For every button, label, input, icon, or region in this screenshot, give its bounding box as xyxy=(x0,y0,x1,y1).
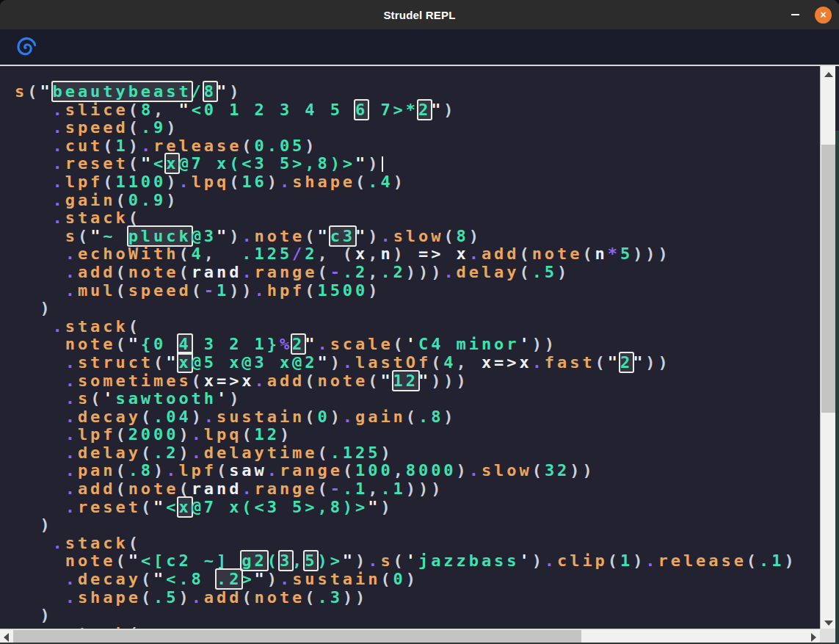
code-token: delaytime xyxy=(204,444,318,462)
code-line: .shape(.5).add(note(.3)) xyxy=(15,589,820,607)
code-line: .stack( xyxy=(15,209,820,228)
code-token: lpf xyxy=(178,461,217,480)
code-token: sawtooth xyxy=(116,389,217,408)
code-token: cut xyxy=(65,137,103,155)
code-token: 3 2 1} xyxy=(192,335,280,353)
code-token: . xyxy=(368,551,380,570)
code-token: . xyxy=(317,335,330,353)
code-token: " xyxy=(40,82,52,101)
minimize-icon xyxy=(791,14,799,15)
code-token: .4 xyxy=(368,173,393,191)
code-token: 0.05 xyxy=(255,137,305,155)
scroll-left-arrow-icon[interactable] xyxy=(4,633,9,642)
code-token: ) xyxy=(406,570,418,588)
titlebar[interactable]: Strudel REPL × xyxy=(0,0,839,29)
code-token: .8 xyxy=(418,408,443,426)
code-token: fast xyxy=(545,353,595,372)
code-token: ( xyxy=(267,551,280,570)
code-line: s("~ pluck@3").note("c3").slow(8) xyxy=(15,228,820,246)
code-token: slow xyxy=(393,227,444,245)
code-token: 7>* xyxy=(368,101,418,119)
code-token: <0 1 2 3 4 5 xyxy=(192,101,355,119)
code-token: x xyxy=(519,353,531,372)
vertical-scrollbar-thumb[interactable] xyxy=(821,145,835,413)
code-token: , xyxy=(153,101,178,119)
code-token: . xyxy=(53,534,65,552)
highlighted-token: 2 xyxy=(418,101,431,119)
code-line: .gain(0.9) xyxy=(15,192,820,210)
code-token: hpf xyxy=(267,281,305,300)
code-line: .mul(speed(-1)).hpf(1500) xyxy=(15,282,820,300)
code-token: .125 xyxy=(330,444,381,462)
code-token: . xyxy=(343,353,355,372)
code-token: ( xyxy=(520,263,532,281)
scroll-right-arrow-icon[interactable] xyxy=(811,633,816,642)
code-token: ( xyxy=(305,372,317,390)
horizontal-scrollbar[interactable] xyxy=(0,629,820,643)
scrollbar-corner xyxy=(820,629,835,643)
code-token: lastOf xyxy=(355,353,431,372)
code-token xyxy=(15,101,53,119)
code-token: " xyxy=(305,335,317,353)
code-token: " xyxy=(178,101,191,119)
scroll-up-arrow-icon[interactable] xyxy=(824,72,833,77)
code-token: ( xyxy=(178,480,191,498)
code-line: ) xyxy=(15,300,820,318)
code-token: stack xyxy=(65,209,128,227)
code-token: ) xyxy=(128,137,141,155)
code-token: " xyxy=(141,154,153,173)
code-line: .decay(.04).sustain(0).gain(.8) xyxy=(15,408,820,427)
code-token: . xyxy=(53,154,65,173)
code-token: ( xyxy=(116,191,128,209)
code-line: .pan(.8).lpf(saw.range(100,8000).slow(32… xyxy=(15,462,820,480)
minimize-button[interactable] xyxy=(785,5,805,24)
code-token: 0 xyxy=(317,408,330,426)
code-token: ( xyxy=(443,227,456,245)
code-token: ( xyxy=(192,281,204,300)
code-token: s xyxy=(380,551,393,570)
code-token xyxy=(15,515,40,534)
code-pane[interactable]: s("beautybeast/8") .slice(8, "<0 1 2 3 4… xyxy=(0,66,820,630)
code-token: )) xyxy=(570,461,595,480)
code-token: )> xyxy=(317,551,342,570)
code-token xyxy=(15,389,65,408)
code-token: n xyxy=(595,245,608,263)
code-token: s xyxy=(15,82,27,101)
code-token xyxy=(15,534,53,552)
vertical-scrollbar[interactable] xyxy=(820,66,835,632)
code-token: ( xyxy=(128,534,141,552)
code-token: - xyxy=(330,480,343,498)
code-token: delay xyxy=(78,444,141,462)
code-token: @5 x@3 x@2 xyxy=(192,353,318,372)
code-token: lpf xyxy=(65,173,103,191)
code-token: ( xyxy=(305,281,317,300)
code-token: saw xyxy=(229,461,267,480)
strudel-spiral-logo[interactable] xyxy=(15,37,36,57)
code-token: ( xyxy=(608,551,620,570)
code-token: ( xyxy=(178,245,191,263)
highlighted-token: 12 xyxy=(393,372,418,390)
code-token: ( xyxy=(318,263,330,281)
highlighted-token: 2 xyxy=(620,353,633,372)
close-button[interactable]: × xyxy=(815,7,832,23)
scroll-down-arrow-icon[interactable] xyxy=(824,621,833,626)
code-token: stack xyxy=(65,534,128,552)
code-token: ) xyxy=(267,173,280,191)
highlighted-token: 4 xyxy=(178,335,191,353)
code-token: . xyxy=(65,461,78,480)
code-token: ))) xyxy=(633,245,671,263)
code-token: ( xyxy=(519,245,531,263)
code-lines: s("beautybeast/8") .slice(8, "<0 1 2 3 4… xyxy=(15,83,820,630)
code-token: reset xyxy=(78,498,141,516)
code-token: ( xyxy=(128,118,141,137)
code-token: ) xyxy=(393,173,406,191)
code-token: ( xyxy=(241,137,254,155)
highlighted-token: pluck xyxy=(128,227,192,245)
horizontal-scrollbar-thumb[interactable] xyxy=(13,630,581,643)
code-token: . xyxy=(65,372,78,390)
code-editor[interactable]: s("beautybeast/8") .slice(8, "<0 1 2 3 4… xyxy=(0,65,839,644)
code-token: delay xyxy=(457,263,520,281)
code-line: note("<[c2 ~] g2(3,5)>").s('jazzbass').c… xyxy=(15,552,820,571)
code-token: x xyxy=(482,353,494,372)
code-line: .delay(.2).delaytime(.125) xyxy=(15,444,820,463)
